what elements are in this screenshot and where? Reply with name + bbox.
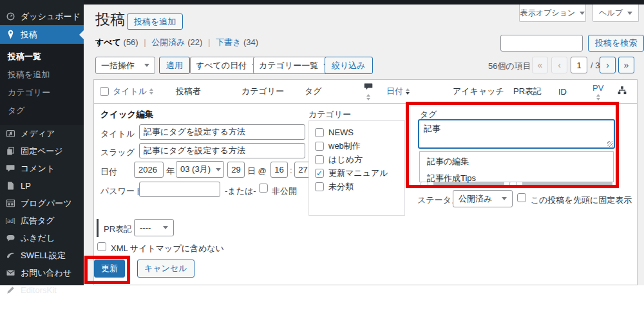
category-filter-select[interactable]: カテゴリー一覧 bbox=[253, 57, 334, 74]
widgets-icon bbox=[5, 198, 15, 209]
chevron-down-icon bbox=[627, 12, 632, 15]
category-checkbox[interactable] bbox=[315, 182, 324, 191]
select-all-checkbox[interactable] bbox=[100, 87, 109, 96]
pr-value: ---- bbox=[140, 223, 151, 232]
column-sort-link[interactable]: タイトル bbox=[113, 86, 147, 97]
category-item: 更新マニュアル bbox=[315, 166, 399, 180]
slug-label: スラッグ bbox=[100, 147, 135, 158]
sidebar-item-fukidashi[interactable]: ふきだし bbox=[0, 229, 84, 247]
column-header-category: カテゴリー bbox=[242, 80, 284, 103]
month-select[interactable]: 03 (3月) bbox=[176, 161, 224, 178]
column-header-date[interactable]: 日付 bbox=[386, 80, 410, 103]
day-input[interactable] bbox=[227, 162, 245, 178]
cancel-button[interactable]: キャンセル bbox=[137, 260, 194, 278]
title-input[interactable] bbox=[139, 124, 305, 140]
filter-all-count: (56) bbox=[124, 37, 138, 47]
apply-button[interactable]: 適用 bbox=[159, 57, 190, 74]
sidebar-item-editorskit[interactable]: EditorsKit bbox=[0, 281, 84, 299]
password-input[interactable] bbox=[139, 182, 220, 197]
column-sort-link[interactable]: PV bbox=[592, 83, 603, 93]
tag-suggestions-dropdown: 記事の編集記事作成Tips bbox=[419, 151, 614, 182]
status-select[interactable]: 公開済み bbox=[453, 190, 513, 207]
sidebar-item-label: ふきだし bbox=[21, 232, 55, 244]
category-label: はじめ方 bbox=[328, 154, 363, 166]
year-input[interactable] bbox=[134, 162, 164, 178]
dates-filter-select[interactable]: すべての日付 bbox=[190, 57, 263, 74]
sidebar-subitem-post-new[interactable]: 投稿を追加 bbox=[0, 66, 84, 84]
slug-input[interactable] bbox=[139, 143, 305, 158]
filter-separator: | bbox=[144, 37, 146, 47]
hour-input[interactable] bbox=[270, 162, 288, 178]
filter-draft-link[interactable]: 下書き bbox=[216, 37, 241, 47]
chevron-down-icon bbox=[163, 226, 168, 229]
category-label: 更新マニュアル bbox=[328, 167, 388, 179]
category-checkbox[interactable] bbox=[315, 142, 324, 151]
category-list: NEWSweb制作はじめ方更新マニュアル未分類 bbox=[308, 120, 405, 216]
sort-up-icon bbox=[596, 94, 600, 97]
update-button[interactable]: 更新 bbox=[94, 260, 125, 278]
sidebar-item-posts[interactable]: 投稿 bbox=[0, 25, 84, 44]
posts-table: タイトル投稿者カテゴリータグ日付アイキャッチPR表記IDPV クイック編集 タイ… bbox=[93, 79, 638, 285]
resize-grip-icon[interactable] bbox=[607, 141, 613, 147]
speech-balloon-icon bbox=[5, 233, 15, 243]
sidebar-item-pages[interactable]: 固定ページ bbox=[0, 142, 84, 160]
help-tab[interactable]: ヘルプ bbox=[592, 5, 639, 22]
sort-down-icon bbox=[366, 98, 370, 100]
sidebar-item-blog-parts[interactable]: ブログパーツ bbox=[0, 194, 84, 212]
search-posts-button[interactable]: 投稿を検索 bbox=[588, 35, 644, 52]
column-header-pv[interactable]: PV bbox=[592, 80, 603, 103]
sidebar-subitem-post-list[interactable]: 投稿一覧 bbox=[0, 48, 84, 66]
sidebar-item-comments[interactable]: コメント bbox=[0, 160, 84, 177]
filter-all-link[interactable]: すべて bbox=[95, 37, 121, 47]
help-label: ヘルプ bbox=[599, 8, 623, 19]
admin-bar bbox=[0, 0, 644, 5]
swell-icon bbox=[5, 251, 15, 261]
sort-up-icon bbox=[149, 88, 153, 91]
sidebar-item-media[interactable]: メディア bbox=[0, 125, 84, 142]
sidebar-subitem-categories[interactable]: カテゴリー bbox=[0, 84, 84, 102]
tag-suggestion[interactable]: 記事作成Tips bbox=[420, 170, 613, 187]
category-checkbox[interactable] bbox=[315, 155, 324, 164]
sticky-checkbox[interactable] bbox=[517, 193, 526, 202]
sort-down-icon bbox=[596, 98, 600, 100]
column-label: 投稿者 bbox=[176, 86, 201, 97]
pr-label: PR表記 bbox=[104, 223, 132, 235]
password-label: パスワード bbox=[100, 185, 143, 197]
tags-textarea[interactable]: 記事 bbox=[418, 119, 615, 149]
column-header-tree[interactable] bbox=[617, 80, 627, 103]
xml-sitemap-label: XML サイトマップに含めない bbox=[111, 243, 224, 254]
sidebar-item-contact[interactable]: お問い合わせ bbox=[0, 264, 84, 281]
column-sort-link[interactable]: 日付 bbox=[386, 86, 403, 97]
last-page-button[interactable]: » bbox=[618, 57, 634, 73]
tag-suggestion[interactable]: 記事の編集 bbox=[420, 153, 613, 170]
next-page-button[interactable]: › bbox=[600, 57, 616, 73]
pr-select[interactable]: ---- bbox=[134, 219, 174, 236]
sidebar-item-lp[interactable]: LP bbox=[0, 177, 84, 194]
column-label: タグ bbox=[305, 86, 322, 97]
filter-button[interactable]: 絞り込み bbox=[325, 57, 373, 74]
quick-edit-legend: クイック編集 bbox=[100, 109, 153, 120]
column-label: ID bbox=[558, 87, 567, 97]
current-page-input[interactable] bbox=[571, 57, 587, 73]
filter-published-link[interactable]: 公開済み bbox=[151, 37, 185, 47]
column-header-title[interactable]: タイトル bbox=[113, 80, 153, 103]
date-label: 日付 bbox=[100, 166, 117, 178]
category-checkbox[interactable] bbox=[315, 169, 324, 178]
year-suffix: 年 bbox=[166, 166, 175, 177]
category-checkbox[interactable] bbox=[315, 128, 324, 137]
category-item: NEWS bbox=[315, 126, 399, 139]
column-header-cb[interactable] bbox=[100, 80, 109, 103]
private-checkbox[interactable] bbox=[259, 184, 268, 193]
bulk-actions-select[interactable]: 一括操作 bbox=[95, 57, 155, 74]
sidebar-item-ad-tags[interactable]: [ad]広告タグ bbox=[0, 212, 84, 229]
xml-sitemap-checkbox[interactable] bbox=[97, 242, 106, 251]
column-header-comments[interactable] bbox=[364, 80, 373, 103]
add-post-button[interactable]: 投稿を追加 bbox=[127, 14, 183, 30]
sort-arrows-icon bbox=[406, 88, 410, 95]
first-page-button: « bbox=[532, 57, 548, 73]
screen-options-tab[interactable]: 表示オプション bbox=[519, 5, 586, 22]
sidebar-subitem-tags[interactable]: タグ bbox=[0, 102, 84, 120]
sidebar-item-dashboard[interactable]: ダッシュボード bbox=[0, 8, 84, 25]
search-input[interactable] bbox=[500, 35, 583, 52]
sidebar-item-swell-settings[interactable]: SWELL設定 bbox=[0, 247, 84, 264]
